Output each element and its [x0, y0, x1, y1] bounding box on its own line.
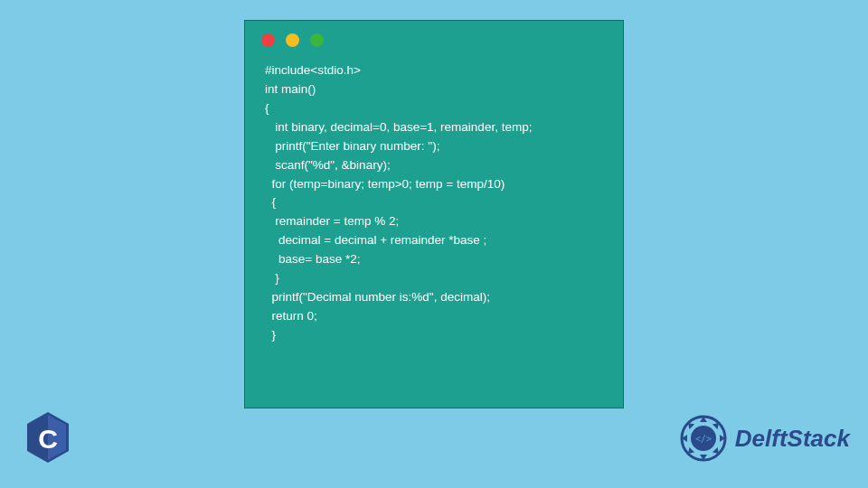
delftstack-text: DelftStack — [735, 425, 850, 453]
code-line: } — [265, 269, 607, 288]
code-line: int main() — [265, 80, 607, 99]
code-line: decimal = decimal + remainder *base ; — [265, 231, 607, 250]
code-line: { — [265, 99, 607, 118]
window-controls — [245, 21, 623, 56]
delftstack-logo: </> DelftStack — [679, 414, 850, 463]
code-line: #include<stdio.h> — [265, 61, 607, 80]
code-content: #include<stdio.h> int main() { int binar… — [245, 56, 623, 356]
code-window: #include<stdio.h> int main() { int binar… — [244, 20, 624, 408]
svg-text:C: C — [38, 424, 58, 454]
code-line: } — [265, 326, 607, 345]
code-line: scanf("%d", &binary); — [265, 156, 607, 175]
code-line: printf("Enter binary number: "); — [265, 137, 607, 156]
close-icon — [261, 33, 275, 47]
code-line: { — [265, 193, 607, 212]
c-language-icon: C — [25, 412, 71, 463]
code-line: remainder = temp % 2; — [265, 212, 607, 231]
code-line: printf("Decimal number is:%d", decimal); — [265, 288, 607, 307]
code-line: int binary, decimal=0, base=1, remainder… — [265, 118, 607, 137]
svg-text:</>: </> — [695, 434, 712, 444]
code-line: for (temp=binary; temp>0; temp = temp/10… — [265, 175, 607, 194]
delftstack-emblem-icon: </> — [679, 414, 728, 463]
code-line: return 0; — [265, 307, 607, 326]
maximize-icon — [310, 33, 324, 47]
minimize-icon — [286, 33, 299, 47]
code-line: base= base *2; — [265, 250, 607, 269]
